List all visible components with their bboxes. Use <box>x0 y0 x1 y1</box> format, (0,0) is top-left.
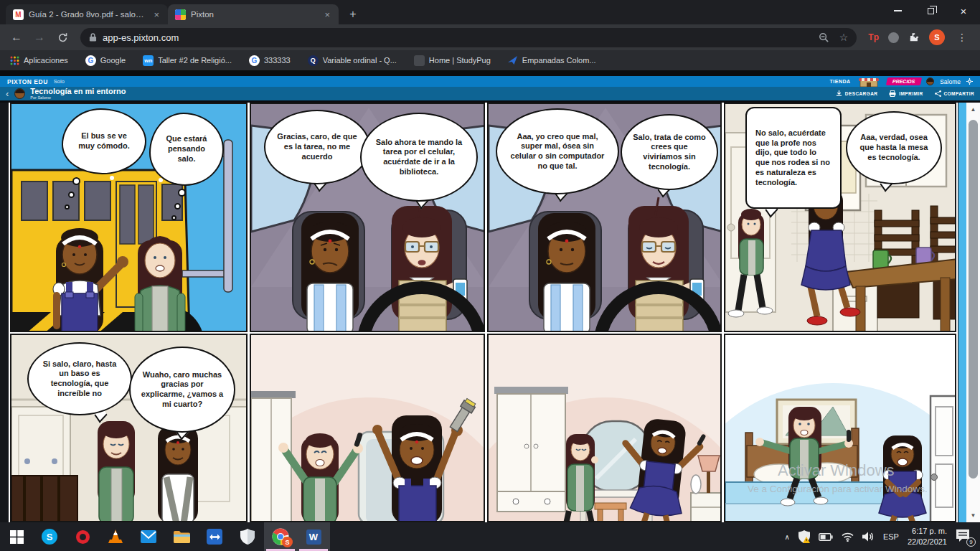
bookmark-empanadas[interactable]: Empanadas Colom... <box>508 56 596 65</box>
tienda-link[interactable]: TIENDA <box>830 79 851 84</box>
speech-bubble[interactable]: Aaa, yo creo que mal, super mal, ósea si… <box>496 108 619 194</box>
comic-panel-6[interactable] <box>250 334 485 522</box>
taskbar-defender[interactable] <box>231 522 264 551</box>
taskbar-skype[interactable]: S <box>33 522 66 551</box>
taskbar-vlc[interactable] <box>99 522 132 551</box>
windows-logo-icon <box>10 530 24 544</box>
action-center-button[interactable]: 9 <box>956 529 973 545</box>
bookmark-label: Home | StudyPug <box>429 56 491 65</box>
clock-time: 6:17 p. m. <box>908 526 947 537</box>
speech-bubble[interactable]: Salo, trata de como crees que viviríamos… <box>621 114 718 190</box>
tab-pixton[interactable]: Pixton × <box>168 4 339 24</box>
new-tab-button[interactable]: + <box>343 4 363 24</box>
download-button[interactable]: DESCARGAR <box>836 90 878 97</box>
speech-bubble[interactable]: Si salo, claro, hasta un baso es tecnolo… <box>27 342 132 415</box>
bookmark-apps[interactable]: Aplicaciones <box>10 56 68 65</box>
tab-strip: M Guía 2 - Grado 8vo.pdf - salomep × Pix… <box>0 0 980 24</box>
comic-panel-8[interactable] <box>724 334 956 522</box>
bookmark-label: Aplicaciones <box>24 56 68 65</box>
bookmark-label: Taller #2 de Religió... <box>158 56 232 65</box>
browser-toolbar: ← → app-es.pixton.com ☆ <box>0 24 980 50</box>
comic-panel-1[interactable]: El bus se ve muy cómodo. Que estará pens… <box>10 103 248 332</box>
bookmark-333333[interactable]: G 333333 <box>249 55 291 66</box>
back-chevron-icon[interactable]: ‹ <box>6 88 9 99</box>
puzzle-extensions-icon[interactable] <box>908 32 920 43</box>
forward-button[interactable]: → <box>30 28 49 47</box>
vertical-scrollbar[interactable]: ▲ ▼ <box>966 103 980 522</box>
taskbar-opera[interactable] <box>66 522 99 551</box>
pixton-brand[interactable]: PIXTON EDU <box>7 78 48 85</box>
download-icon <box>836 90 842 97</box>
comic-panel-2[interactable]: Gracias, caro, de que es la tarea, no me… <box>250 103 485 332</box>
panel7-scene-bedroom <box>489 335 722 522</box>
tab-title: Pixton <box>191 10 318 19</box>
skype-icon: S <box>42 529 57 545</box>
chrome-profile-badge: S <box>282 537 293 547</box>
user-avatar[interactable] <box>926 77 934 85</box>
bookmark-studypug[interactable]: Home | StudyPug <box>414 55 491 66</box>
taskbar-chrome[interactable]: S <box>264 522 297 551</box>
bookmark-taller[interactable]: wn Taller #2 de Religió... <box>143 55 232 66</box>
taskbar-teamviewer[interactable] <box>198 522 231 551</box>
speech-bubble[interactable]: Gracias, caro, de que es la tarea, no me… <box>264 110 370 184</box>
panel8-scene-bedroom <box>725 335 956 522</box>
print-label: IMPRIMIR <box>899 91 923 96</box>
share-button[interactable]: COMPARTIR <box>935 90 974 97</box>
page-edge-strip <box>958 103 966 522</box>
precios-badge[interactable]: PRECIOS <box>885 77 921 85</box>
minimize-button[interactable] <box>881 0 914 22</box>
user-name[interactable]: Salome <box>940 78 961 85</box>
tab-gmail-pdf[interactable]: M Guía 2 - Grado 8vo.pdf - salomep × <box>6 4 168 24</box>
close-tab-icon[interactable]: × <box>323 9 331 20</box>
address-bar[interactable]: app-es.pixton.com ☆ <box>80 28 857 47</box>
comic-panel-7[interactable] <box>487 334 722 522</box>
comic-panel-4[interactable]: No salo, acuérdate que la profe nos dijo… <box>724 103 956 332</box>
taskbar-mail[interactable] <box>132 522 165 551</box>
thought-bubble[interactable]: El bus se ve muy cómodo. <box>62 108 146 174</box>
scroll-down-icon[interactable]: ▼ <box>966 512 980 519</box>
taskbar-word[interactable]: W <box>297 522 330 551</box>
print-button[interactable]: IMPRIMIR <box>889 90 923 97</box>
bookmark-label: Variable ordinal - Q... <box>323 56 397 65</box>
restore-button[interactable] <box>914 0 947 22</box>
reload-button[interactable] <box>53 28 72 47</box>
language-indicator[interactable]: ESP <box>883 532 899 541</box>
tray-chevron-icon[interactable]: ∧ <box>785 533 790 541</box>
comic-panel-3[interactable]: Aaa, yo creo que mal, super mal, ósea si… <box>487 103 722 332</box>
profile-avatar[interactable]: S <box>929 29 945 45</box>
zoom-out-icon[interactable] <box>819 32 829 43</box>
thought-bubble[interactable]: Que estará pensando salo. <box>149 113 224 186</box>
speech-bubble[interactable]: Salo ahora te mando la tarea por el celu… <box>360 113 478 202</box>
speech-bubble[interactable]: No salo, acuérdate que la profe nos dijo… <box>745 107 842 209</box>
tp-extension-icon[interactable]: Tp <box>868 32 879 42</box>
start-button[interactable] <box>0 522 33 551</box>
clock[interactable]: 6:17 p. m. 22/02/2021 <box>908 526 947 547</box>
teamviewer-icon <box>207 529 222 545</box>
close-window-button[interactable]: × <box>947 0 980 22</box>
scrollbar-thumb[interactable] <box>969 120 978 479</box>
scroll-up-icon[interactable]: ▲ <box>966 106 980 113</box>
bookmark-variable-ordinal[interactable]: Q Variable ordinal - Q... <box>308 55 397 66</box>
wifi-icon[interactable] <box>842 532 854 542</box>
gmail-icon: M <box>13 9 24 20</box>
google-icon: G <box>85 55 96 66</box>
extensions-area: Tp S ⋮ <box>865 29 973 45</box>
battery-icon[interactable] <box>819 533 833 541</box>
comic-panel-5[interactable]: Si salo, claro, hasta un baso es tecnolo… <box>10 334 248 522</box>
comic-canvas: El bus se ve muy cómodo. Que estará pens… <box>0 103 980 522</box>
tray-shield-icon[interactable] <box>798 530 810 543</box>
taskbar-explorer[interactable] <box>165 522 198 551</box>
speaker-icon[interactable] <box>862 532 875 542</box>
back-button[interactable]: ← <box>7 28 26 47</box>
speech-bubble[interactable]: Aaa, verdad, osea que hasta la mesa es t… <box>846 111 942 184</box>
store-icon[interactable] <box>857 77 881 87</box>
speech-bubble[interactable]: Wuaho, caro muchas gracias por explicarm… <box>129 347 235 433</box>
browser-menu-icon[interactable]: ⋮ <box>954 32 970 43</box>
close-tab-icon[interactable]: × <box>152 9 161 20</box>
bookmark-google[interactable]: G Google <box>85 55 126 66</box>
bookmark-star-icon[interactable]: ☆ <box>839 32 849 43</box>
printer-icon <box>889 90 896 97</box>
gear-icon[interactable] <box>966 78 973 85</box>
gray-extension-icon[interactable] <box>888 32 899 43</box>
comic-author-avatar <box>14 88 25 99</box>
